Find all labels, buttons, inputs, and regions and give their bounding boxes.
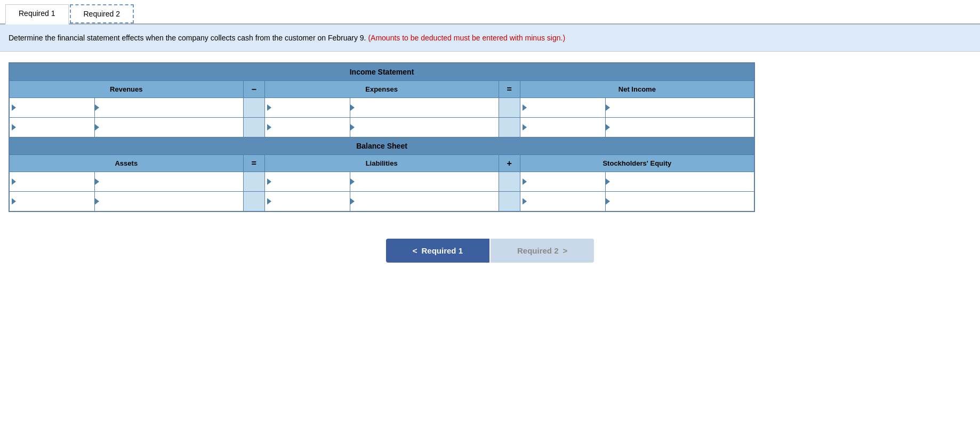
expenses-header: Expenses [264,81,499,98]
balance-row1-equals [243,172,264,192]
arrow-icon [12,124,16,131]
arrow-icon [606,198,610,205]
income-row2-input1-field[interactable] [102,118,243,137]
arrow-icon [606,104,610,111]
tab-required1[interactable]: Required 1 [5,4,69,25]
income-row1-dropdown2[interactable] [264,98,350,118]
balance-row1-input1[interactable] [94,172,243,192]
next-button[interactable]: Required 2 > [491,239,594,263]
arrow-icon [95,124,99,131]
income-row2-dropdown3-trigger[interactable] [520,118,605,137]
balance-row1-input1-field[interactable] [102,172,243,191]
balance-row1-dropdown3-trigger[interactable] [520,172,605,191]
liabilities-header: Liabilities [264,155,499,172]
equals-operator-balance: = [243,155,264,172]
page-container: Required 1 Required 2 Determine the fina… [0,0,980,440]
balance-row2-dropdown2[interactable] [264,192,350,212]
income-row1-input3-field[interactable] [613,98,754,117]
balance-row1-input3[interactable] [605,172,754,192]
balance-row1-dropdown2[interactable] [264,172,350,192]
income-row1-input1[interactable] [94,98,243,118]
minus-operator: − [243,81,264,98]
balance-row2-plus [499,192,520,212]
income-row2-dropdown3[interactable] [520,118,605,137]
financial-table: Income Statement Revenues − Expenses = N… [9,62,755,212]
income-row2-dropdown1[interactable] [9,118,94,137]
prev-icon: < [413,246,417,255]
income-row2-dropdown2-trigger[interactable] [265,118,350,137]
income-row2-input3-field[interactable] [613,118,754,137]
balance-row2-input2-field[interactable] [358,192,499,211]
income-row1-dropdown3-trigger[interactable] [520,98,605,117]
income-row1-input1-field[interactable] [102,98,243,117]
income-row1-dropdown1-trigger[interactable] [10,98,94,117]
balance-row2-input1[interactable] [94,192,243,212]
income-row1-dropdown1[interactable] [9,98,94,118]
arrow-icon [523,124,527,131]
tab-required1-label: Required 1 [19,9,55,18]
balance-row2-dropdown2-trigger[interactable] [265,192,350,211]
balance-row1-dropdown1-trigger[interactable] [10,172,94,191]
income-row1-input3[interactable] [605,98,754,118]
arrow-icon [267,104,271,111]
arrow-icon [95,104,99,111]
arrow-icon [12,198,16,205]
plus-operator: + [499,155,520,172]
nav-buttons: < Required 1 Required 2 > [0,239,980,263]
income-row1-input2[interactable] [350,98,499,118]
arrow-icon [267,198,271,205]
tab-required2-label: Required 2 [84,10,121,18]
balance-row2-input1-field[interactable] [102,192,243,211]
income-row1-input2-field[interactable] [358,98,499,117]
arrow-icon [350,104,355,111]
income-row2-input3[interactable] [605,118,754,137]
income-row2-equals [499,118,520,137]
arrow-icon [95,178,99,185]
arrow-icon [350,178,355,185]
balance-row2-input3[interactable] [605,192,754,212]
arrow-icon [350,198,355,205]
instruction-main-text: Determine the financial statement effect… [9,34,366,42]
balance-row2-input2[interactable] [350,192,499,212]
prev-button[interactable]: < Required 1 [386,239,489,263]
balance-row2-dropdown1-trigger[interactable] [10,192,94,211]
next-label: Required 2 [517,246,559,255]
balance-row2-dropdown3[interactable] [520,192,605,212]
balance-row1-dropdown2-trigger[interactable] [265,172,350,191]
income-row2-input1[interactable] [94,118,243,137]
income-statement-header-row: Income Statement [9,63,754,81]
income-row2-input2[interactable] [350,118,499,137]
arrow-icon [95,198,99,205]
balance-row1-input2-field[interactable] [358,172,499,191]
arrow-icon [350,124,355,131]
balance-row1-input2[interactable] [350,172,499,192]
income-row-1 [9,98,754,118]
balance-row1-dropdown3[interactable] [520,172,605,192]
income-row1-dropdown2-trigger[interactable] [265,98,350,117]
balance-row1-input3-field[interactable] [613,172,754,191]
stockholders-equity-header: Stockholders' Equity [520,155,754,172]
arrow-icon [267,178,271,185]
arrow-icon [523,198,527,205]
prev-label: Required 1 [421,246,463,255]
income-statement-title: Income Statement [9,63,754,81]
balance-row2-input3-field[interactable] [613,192,754,211]
instruction-area: Determine the financial statement effect… [0,25,980,52]
tabs-container: Required 1 Required 2 [0,0,980,25]
income-row2-input2-field[interactable] [358,118,499,137]
revenues-header: Revenues [9,81,243,98]
balance-row2-dropdown1[interactable] [9,192,94,212]
arrow-icon [606,178,610,185]
tab-required2[interactable]: Required 2 [70,4,134,23]
equals-operator-income: = [499,81,520,98]
balance-row1-plus [499,172,520,192]
income-row1-equals [499,98,520,118]
income-row2-dropdown1-trigger[interactable] [10,118,94,137]
arrow-icon [523,104,527,111]
balance-sheet-title: Balance Sheet [9,137,754,155]
balance-row2-dropdown3-trigger[interactable] [520,192,605,211]
assets-header: Assets [9,155,243,172]
balance-row1-dropdown1[interactable] [9,172,94,192]
income-row2-dropdown2[interactable] [264,118,350,137]
income-row1-dropdown3[interactable] [520,98,605,118]
